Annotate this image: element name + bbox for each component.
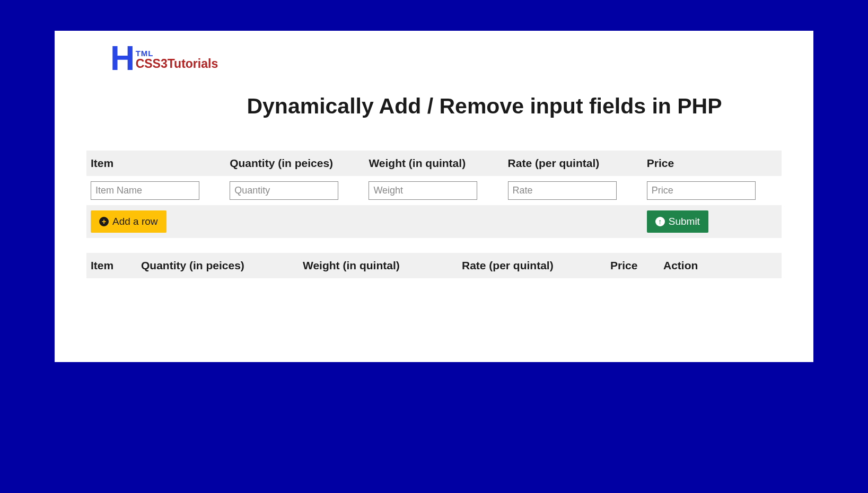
plus-circle-icon: + bbox=[99, 217, 109, 226]
weight-input[interactable] bbox=[369, 181, 477, 200]
form-table: Item Quantity (in peices) Weight (in qui… bbox=[86, 151, 782, 238]
rate-input[interactable] bbox=[508, 181, 617, 200]
results-header-action: Action bbox=[659, 253, 782, 278]
header-item: Item bbox=[86, 151, 225, 176]
logo-sub: CSS3Tutorials bbox=[136, 57, 218, 71]
header-price: Price bbox=[643, 151, 782, 176]
results-header-row: Item Quantity (in peices) Weight (in qui… bbox=[86, 253, 782, 278]
results-header-weight: Weight (in quintal) bbox=[299, 253, 458, 278]
results-table: Item Quantity (in peices) Weight (in qui… bbox=[86, 253, 782, 278]
header-rate: Rate (per quintal) bbox=[504, 151, 643, 176]
add-row-button[interactable]: + Add a row bbox=[91, 210, 166, 233]
logo: H TML CSS3Tutorials bbox=[86, 41, 782, 75]
header-weight: Weight (in quintal) bbox=[364, 151, 503, 176]
logo-text-group: TML CSS3Tutorials bbox=[136, 49, 218, 71]
form-header-row: Item Quantity (in peices) Weight (in qui… bbox=[86, 151, 782, 176]
results-header-rate: Rate (per quintal) bbox=[458, 253, 606, 278]
logo-h: H bbox=[110, 41, 135, 75]
results-header-quantity: Quantity (in peices) bbox=[137, 253, 299, 278]
form-input-row bbox=[86, 176, 782, 205]
submit-label: Submit bbox=[669, 216, 700, 227]
item-name-input[interactable] bbox=[91, 181, 199, 200]
price-input[interactable] bbox=[647, 181, 756, 200]
page-title: Dynamically Add / Remove input fields in… bbox=[86, 94, 782, 119]
page-container: H TML CSS3Tutorials Dynamically Add / Re… bbox=[55, 31, 813, 362]
results-header-item: Item bbox=[86, 253, 137, 278]
results-header-price: Price bbox=[606, 253, 659, 278]
header-quantity: Quantity (in peices) bbox=[225, 151, 364, 176]
arrow-up-circle-icon: ↑ bbox=[655, 217, 665, 226]
action-row: + Add a row ↑ Submit bbox=[86, 205, 782, 238]
quantity-input[interactable] bbox=[230, 181, 338, 200]
add-row-label: Add a row bbox=[112, 216, 158, 227]
submit-button[interactable]: ↑ Submit bbox=[647, 210, 708, 233]
